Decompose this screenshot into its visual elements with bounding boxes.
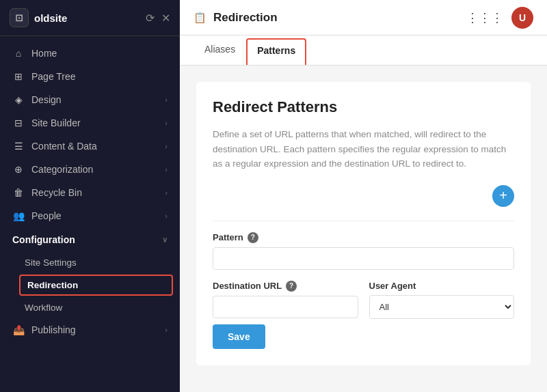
chevron-right-icon: ›: [165, 119, 168, 127]
people-icon: 👥: [12, 210, 25, 221]
pattern-help-icon[interactable]: ?: [248, 232, 258, 243]
save-button[interactable]: Save: [213, 324, 265, 349]
publishing-icon: 📤: [12, 324, 25, 335]
chevron-right-icon: ›: [165, 165, 168, 173]
content-icon: ☰: [12, 141, 25, 152]
sidebar-item-publishing[interactable]: 📤 Publishing ›: [0, 318, 180, 341]
chevron-right-icon: ›: [165, 96, 168, 104]
destination-url-group: Destination URL ?: [213, 281, 358, 319]
topbar-icon: 📋: [194, 12, 206, 24]
grid-icon[interactable]: ⋮⋮⋮: [466, 10, 503, 25]
content-area: Redirect Patterns Define a set of URL pa…: [180, 66, 547, 392]
sidebar-item-site-builder[interactable]: ⊟ Site Builder ›: [0, 111, 180, 135]
pattern-input[interactable]: [213, 247, 514, 270]
pattern-field-group: Pattern ?: [213, 232, 514, 270]
chevron-right-icon: ›: [165, 188, 168, 197]
page-title: Redirect Patterns: [213, 98, 514, 116]
sidebar-item-page-tree[interactable]: ⊞ Page Tree: [0, 65, 180, 88]
user-agent-label: User Agent: [369, 281, 515, 291]
sidebar-item-workflow[interactable]: Workflow: [0, 297, 180, 318]
site-builder-icon: ⊟: [12, 117, 25, 128]
content-card: Redirect Patterns Define a set of URL pa…: [196, 82, 531, 365]
tab-aliases[interactable]: Aliases: [194, 36, 246, 65]
pattern-label: Pattern ?: [213, 232, 514, 243]
configuration-section: Configuration ∨ Site Settings Redirectio…: [0, 227, 180, 318]
sidebar-item-home[interactable]: ⌂ Home: [0, 42, 180, 65]
add-pattern-button[interactable]: +: [492, 185, 514, 207]
form-row: Destination URL ? User Agent All Desktop…: [213, 281, 514, 319]
sidebar-item-content-data[interactable]: ☰ Content & Data ›: [0, 135, 180, 158]
main-content: 📋 Redirection ⋮⋮⋮ U Aliases Patterns Red…: [180, 0, 547, 392]
refresh-icon[interactable]: ⟳: [146, 12, 155, 25]
site-name: ⊡ oldsite: [10, 8, 67, 27]
destination-url-label: Destination URL ?: [213, 281, 358, 292]
chevron-down-icon: ∨: [162, 236, 168, 244]
tabs-bar: Aliases Patterns: [180, 36, 547, 66]
sidebar-item-recycle-bin[interactable]: 🗑 Recycle Bin ›: [0, 181, 180, 204]
tab-patterns[interactable]: Patterns: [246, 38, 306, 65]
destination-url-input[interactable]: [213, 296, 358, 318]
sidebar-item-design[interactable]: ◈ Design ›: [0, 88, 180, 111]
chevron-right-icon: ›: [165, 142, 168, 150]
chevron-right-icon: ›: [165, 212, 168, 220]
recycle-bin-icon: 🗑: [12, 187, 25, 198]
topbar-title: Redirection: [213, 11, 278, 25]
close-icon[interactable]: ✕: [161, 12, 170, 25]
user-avatar[interactable]: U: [511, 7, 533, 29]
site-icon: ⊡: [10, 8, 29, 27]
user-agent-group: User Agent All Desktop Mobile Tablet: [369, 281, 515, 319]
configuration-header[interactable]: Configuration ∨: [0, 227, 180, 252]
sidebar-item-redirection[interactable]: Redirection: [19, 275, 173, 296]
topbar: 📋 Redirection ⋮⋮⋮ U: [180, 0, 547, 36]
user-agent-select[interactable]: All Desktop Mobile Tablet: [369, 295, 515, 319]
sidebar-item-site-settings[interactable]: Site Settings: [0, 252, 180, 273]
sidebar-item-people[interactable]: 👥 People ›: [0, 204, 180, 227]
sidebar-nav: ⌂ Home ⊞ Page Tree ◈ Design › ⊟ Site Bui…: [0, 36, 180, 347]
content-description: Define a set of URL patterns that when m…: [213, 127, 514, 171]
sidebar: ⊡ oldsite ⟳ ✕ ⌂ Home ⊞ Page Tree ◈ Desig…: [0, 0, 180, 392]
destination-url-help-icon[interactable]: ?: [286, 281, 297, 292]
design-icon: ◈: [12, 94, 25, 105]
home-icon: ⌂: [12, 48, 25, 59]
sidebar-item-categorization[interactable]: ⊕ Categorization ›: [0, 158, 180, 181]
divider: [213, 221, 514, 221]
page-tree-icon: ⊞: [12, 71, 25, 82]
categorization-icon: ⊕: [12, 164, 25, 175]
sidebar-header: ⊡ oldsite ⟳ ✕: [0, 0, 180, 36]
sidebar-header-actions: ⟳ ✕: [146, 12, 170, 25]
chevron-right-icon: ›: [165, 326, 168, 334]
